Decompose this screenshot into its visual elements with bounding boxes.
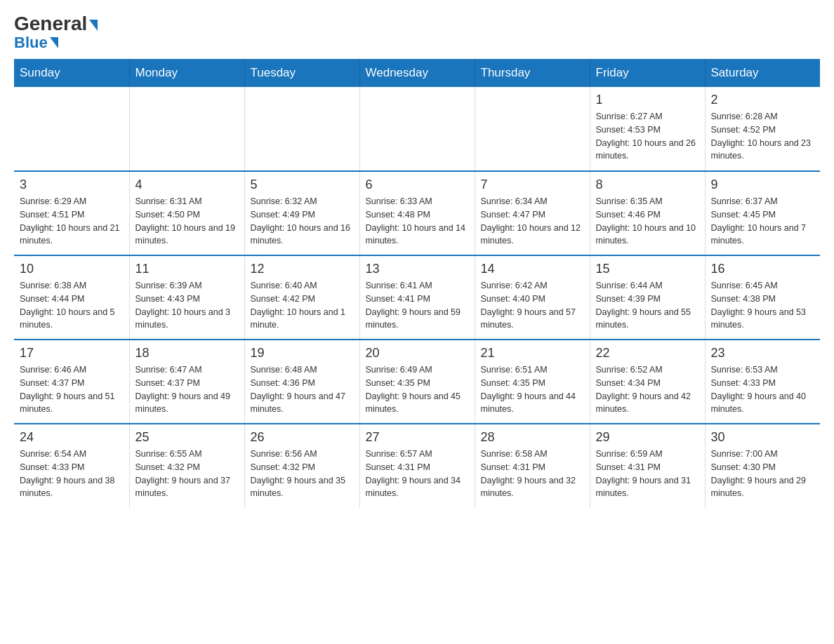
day-info: Sunrise: 6:42 AMSunset: 4:40 PMDaylight:… — [481, 279, 584, 332]
header-saturday: Saturday — [705, 59, 820, 87]
day-info: Sunrise: 6:52 AMSunset: 4:34 PMDaylight:… — [596, 363, 699, 416]
logo-blue-text: Blue — [14, 34, 58, 52]
cell-w0-d6: 2Sunrise: 6:28 AMSunset: 4:52 PMDaylight… — [705, 87, 820, 171]
day-number: 9 — [711, 177, 815, 192]
day-number: 27 — [366, 430, 469, 445]
cell-w1-d4: 7Sunrise: 6:34 AMSunset: 4:47 PMDaylight… — [475, 171, 590, 255]
cell-w1-d6: 9Sunrise: 6:37 AMSunset: 4:45 PMDaylight… — [705, 171, 820, 255]
day-number: 4 — [135, 177, 239, 192]
cell-w2-d6: 16Sunrise: 6:45 AMSunset: 4:38 PMDayligh… — [705, 255, 820, 340]
cell-w4-d6: 30Sunrise: 7:00 AMSunset: 4:30 PMDayligh… — [705, 424, 820, 508]
day-info: Sunrise: 6:54 AMSunset: 4:33 PMDaylight:… — [20, 448, 124, 500]
cell-w1-d3: 6Sunrise: 6:33 AMSunset: 4:48 PMDaylight… — [359, 171, 475, 255]
cell-w4-d0: 24Sunrise: 6:54 AMSunset: 4:33 PMDayligh… — [14, 424, 129, 508]
day-info: Sunrise: 6:40 AMSunset: 4:42 PMDaylight:… — [251, 279, 354, 332]
day-number: 20 — [366, 346, 469, 361]
day-info: Sunrise: 6:33 AMSunset: 4:48 PMDaylight:… — [366, 195, 469, 248]
day-info: Sunrise: 6:46 AMSunset: 4:37 PMDaylight:… — [20, 363, 124, 416]
day-number: 15 — [596, 262, 699, 276]
day-number: 10 — [20, 262, 124, 276]
cell-w4-d3: 27Sunrise: 6:57 AMSunset: 4:31 PMDayligh… — [359, 424, 475, 508]
header-tuesday: Tuesday — [244, 59, 359, 87]
logo-general-text: General — [14, 14, 98, 34]
weekday-header-row: SundayMondayTuesdayWednesdayThursdayFrid… — [14, 59, 820, 87]
day-info: Sunrise: 6:29 AMSunset: 4:51 PMDaylight:… — [20, 195, 124, 248]
day-info: Sunrise: 6:51 AMSunset: 4:35 PMDaylight:… — [481, 363, 584, 416]
header-thursday: Thursday — [475, 59, 590, 87]
day-number: 5 — [251, 177, 354, 192]
cell-w0-d0 — [14, 87, 129, 171]
header-wednesday: Wednesday — [359, 59, 475, 87]
cell-w1-d2: 5Sunrise: 6:32 AMSunset: 4:49 PMDaylight… — [244, 171, 359, 255]
day-info: Sunrise: 6:44 AMSunset: 4:39 PMDaylight:… — [596, 279, 699, 332]
day-info: Sunrise: 6:28 AMSunset: 4:52 PMDaylight:… — [711, 110, 815, 163]
page-header: General Blue — [14, 14, 820, 52]
week-row-2: 10Sunrise: 6:38 AMSunset: 4:44 PMDayligh… — [14, 255, 820, 340]
day-number: 25 — [135, 430, 239, 445]
day-info: Sunrise: 6:56 AMSunset: 4:32 PMDaylight:… — [251, 448, 354, 500]
day-number: 17 — [20, 346, 124, 361]
cell-w1-d5: 8Sunrise: 6:35 AMSunset: 4:46 PMDaylight… — [590, 171, 705, 255]
cell-w3-d5: 22Sunrise: 6:52 AMSunset: 4:34 PMDayligh… — [590, 340, 705, 424]
day-info: Sunrise: 6:32 AMSunset: 4:49 PMDaylight:… — [251, 195, 354, 248]
cell-w4-d2: 26Sunrise: 6:56 AMSunset: 4:32 PMDayligh… — [244, 424, 359, 508]
day-info: Sunrise: 6:58 AMSunset: 4:31 PMDaylight:… — [481, 448, 584, 500]
header-sunday: Sunday — [14, 59, 129, 87]
week-row-3: 17Sunrise: 6:46 AMSunset: 4:37 PMDayligh… — [14, 340, 820, 424]
logo: General Blue — [14, 14, 98, 52]
header-monday: Monday — [129, 59, 244, 87]
cell-w3-d6: 23Sunrise: 6:53 AMSunset: 4:33 PMDayligh… — [705, 340, 820, 424]
day-info: Sunrise: 6:31 AMSunset: 4:50 PMDaylight:… — [135, 195, 239, 248]
day-number: 23 — [711, 346, 815, 361]
week-row-4: 24Sunrise: 6:54 AMSunset: 4:33 PMDayligh… — [14, 424, 820, 508]
day-info: Sunrise: 6:39 AMSunset: 4:43 PMDaylight:… — [135, 279, 239, 332]
cell-w4-d4: 28Sunrise: 6:58 AMSunset: 4:31 PMDayligh… — [475, 424, 590, 508]
cell-w1-d1: 4Sunrise: 6:31 AMSunset: 4:50 PMDaylight… — [129, 171, 244, 255]
day-number: 19 — [251, 346, 354, 361]
day-info: Sunrise: 6:27 AMSunset: 4:53 PMDaylight:… — [596, 110, 699, 163]
header-friday: Friday — [590, 59, 705, 87]
day-info: Sunrise: 6:57 AMSunset: 4:31 PMDaylight:… — [366, 448, 469, 500]
day-info: Sunrise: 6:55 AMSunset: 4:32 PMDaylight:… — [135, 448, 239, 500]
day-info: Sunrise: 6:47 AMSunset: 4:37 PMDaylight:… — [135, 363, 239, 416]
day-info: Sunrise: 6:45 AMSunset: 4:38 PMDaylight:… — [711, 279, 815, 332]
day-number: 28 — [481, 430, 584, 445]
day-info: Sunrise: 7:00 AMSunset: 4:30 PMDaylight:… — [711, 448, 815, 500]
day-number: 11 — [135, 262, 239, 276]
cell-w3-d3: 20Sunrise: 6:49 AMSunset: 4:35 PMDayligh… — [359, 340, 475, 424]
cell-w2-d3: 13Sunrise: 6:41 AMSunset: 4:41 PMDayligh… — [359, 255, 475, 340]
day-number: 29 — [596, 430, 699, 445]
day-number: 21 — [481, 346, 584, 361]
cell-w2-d1: 11Sunrise: 6:39 AMSunset: 4:43 PMDayligh… — [129, 255, 244, 340]
day-info: Sunrise: 6:53 AMSunset: 4:33 PMDaylight:… — [711, 363, 815, 416]
day-number: 7 — [481, 177, 584, 192]
week-row-0: 1Sunrise: 6:27 AMSunset: 4:53 PMDaylight… — [14, 87, 820, 171]
day-info: Sunrise: 6:48 AMSunset: 4:36 PMDaylight:… — [251, 363, 354, 416]
calendar-table: SundayMondayTuesdayWednesdayThursdayFrid… — [14, 59, 820, 508]
cell-w0-d5: 1Sunrise: 6:27 AMSunset: 4:53 PMDaylight… — [590, 87, 705, 171]
cell-w4-d5: 29Sunrise: 6:59 AMSunset: 4:31 PMDayligh… — [590, 424, 705, 508]
day-number: 8 — [596, 177, 699, 192]
day-number: 3 — [20, 177, 124, 192]
day-info: Sunrise: 6:41 AMSunset: 4:41 PMDaylight:… — [366, 279, 469, 332]
cell-w0-d4 — [475, 87, 590, 171]
day-info: Sunrise: 6:34 AMSunset: 4:47 PMDaylight:… — [481, 195, 584, 248]
day-number: 26 — [251, 430, 354, 445]
day-number: 18 — [135, 346, 239, 361]
day-info: Sunrise: 6:38 AMSunset: 4:44 PMDaylight:… — [20, 279, 124, 332]
cell-w1-d0: 3Sunrise: 6:29 AMSunset: 4:51 PMDaylight… — [14, 171, 129, 255]
day-number: 6 — [366, 177, 469, 192]
day-number: 13 — [366, 262, 469, 276]
cell-w3-d1: 18Sunrise: 6:47 AMSunset: 4:37 PMDayligh… — [129, 340, 244, 424]
cell-w2-d4: 14Sunrise: 6:42 AMSunset: 4:40 PMDayligh… — [475, 255, 590, 340]
week-row-1: 3Sunrise: 6:29 AMSunset: 4:51 PMDaylight… — [14, 171, 820, 255]
cell-w3-d4: 21Sunrise: 6:51 AMSunset: 4:35 PMDayligh… — [475, 340, 590, 424]
day-info: Sunrise: 6:49 AMSunset: 4:35 PMDaylight:… — [366, 363, 469, 416]
day-info: Sunrise: 6:59 AMSunset: 4:31 PMDaylight:… — [596, 448, 699, 500]
cell-w2-d5: 15Sunrise: 6:44 AMSunset: 4:39 PMDayligh… — [590, 255, 705, 340]
day-info: Sunrise: 6:37 AMSunset: 4:45 PMDaylight:… — [711, 195, 815, 248]
day-number: 1 — [596, 93, 699, 107]
day-info: Sunrise: 6:35 AMSunset: 4:46 PMDaylight:… — [596, 195, 699, 248]
cell-w0-d3 — [359, 87, 475, 171]
day-number: 22 — [596, 346, 699, 361]
